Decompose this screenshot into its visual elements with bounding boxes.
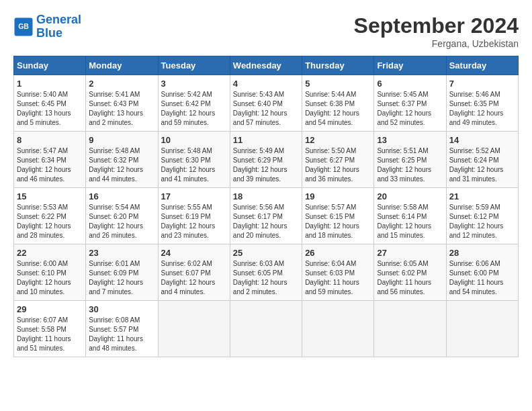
calendar-day-15: 15Sunrise: 5:53 AMSunset: 6:22 PMDayligh…: [14, 188, 86, 244]
calendar-day-29: 29Sunrise: 6:07 AMSunset: 5:58 PMDayligh…: [14, 301, 86, 357]
calendar-day-23: 23Sunrise: 6:01 AMSunset: 6:09 PMDayligh…: [86, 244, 158, 301]
calendar-day-26: 26Sunrise: 6:04 AMSunset: 6:03 PMDayligh…: [302, 244, 374, 301]
calendar-empty-cell: [302, 301, 374, 357]
calendar-day-17: 17Sunrise: 5:55 AMSunset: 6:19 PMDayligh…: [158, 188, 230, 244]
calendar-day-2: 2Sunrise: 5:41 AMSunset: 6:43 PMDaylight…: [86, 75, 158, 132]
calendar-day-19: 19Sunrise: 5:57 AMSunset: 6:15 PMDayligh…: [302, 188, 374, 244]
calendar-day-11: 11Sunrise: 5:49 AMSunset: 6:29 PMDayligh…: [230, 132, 302, 188]
calendar-day-12: 12Sunrise: 5:50 AMSunset: 6:27 PMDayligh…: [302, 132, 374, 188]
weekday-friday: Friday: [374, 56, 446, 75]
calendar-day-25: 25Sunrise: 6:03 AMSunset: 6:05 PMDayligh…: [230, 244, 302, 301]
calendar-day-7: 7Sunrise: 5:46 AMSunset: 6:35 PMDaylight…: [446, 75, 518, 132]
calendar-empty-cell: [158, 301, 230, 357]
weekday-header-row: SundayMondayTuesdayWednesdayThursdayFrid…: [14, 56, 519, 75]
logo-line2: Blue: [36, 26, 62, 40]
calendar-day-5: 5Sunrise: 5:44 AMSunset: 6:38 PMDaylight…: [302, 75, 374, 132]
logo-line1: General: [36, 13, 81, 26]
logo-text: General Blue: [36, 13, 81, 40]
calendar-week-3: 15Sunrise: 5:53 AMSunset: 6:22 PMDayligh…: [14, 188, 519, 244]
month-title: September 2024: [354, 13, 519, 38]
svg-text:GB: GB: [18, 22, 29, 30]
calendar-empty-cell: [230, 301, 302, 357]
location-subtitle: Fergana, Uzbekistan: [354, 38, 519, 49]
calendar-day-22: 22Sunrise: 6:00 AMSunset: 6:10 PMDayligh…: [14, 244, 86, 301]
weekday-thursday: Thursday: [302, 56, 374, 75]
calendar-week-4: 22Sunrise: 6:00 AMSunset: 6:10 PMDayligh…: [14, 244, 519, 301]
calendar-day-30: 30Sunrise: 6:08 AMSunset: 5:57 PMDayligh…: [86, 301, 158, 357]
calendar-day-21: 21Sunrise: 5:59 AMSunset: 6:12 PMDayligh…: [446, 188, 518, 244]
calendar-empty-cell: [446, 301, 518, 357]
calendar-body: 1Sunrise: 5:40 AMSunset: 6:45 PMDaylight…: [14, 75, 519, 357]
weekday-saturday: Saturday: [446, 56, 518, 75]
calendar-week-2: 8Sunrise: 5:47 AMSunset: 6:34 PMDaylight…: [14, 132, 519, 188]
calendar-table: SundayMondayTuesdayWednesdayThursdayFrid…: [13, 56, 519, 357]
calendar-day-14: 14Sunrise: 5:52 AMSunset: 6:24 PMDayligh…: [446, 132, 518, 188]
calendar-day-16: 16Sunrise: 5:54 AMSunset: 6:20 PMDayligh…: [86, 188, 158, 244]
calendar-day-9: 9Sunrise: 5:48 AMSunset: 6:32 PMDaylight…: [86, 132, 158, 188]
logo: GB General Blue: [13, 13, 81, 40]
calendar-day-10: 10Sunrise: 5:48 AMSunset: 6:30 PMDayligh…: [158, 132, 230, 188]
calendar-day-6: 6Sunrise: 5:45 AMSunset: 6:37 PMDaylight…: [374, 75, 446, 132]
calendar-day-8: 8Sunrise: 5:47 AMSunset: 6:34 PMDaylight…: [14, 132, 86, 188]
page-header: GB General Blue September 2024 Fergana, …: [13, 13, 519, 49]
calendar-day-3: 3Sunrise: 5:42 AMSunset: 6:42 PMDaylight…: [158, 75, 230, 132]
calendar-day-27: 27Sunrise: 6:05 AMSunset: 6:02 PMDayligh…: [374, 244, 446, 301]
calendar-week-1: 1Sunrise: 5:40 AMSunset: 6:45 PMDaylight…: [14, 75, 519, 132]
calendar-day-24: 24Sunrise: 6:02 AMSunset: 6:07 PMDayligh…: [158, 244, 230, 301]
weekday-monday: Monday: [86, 56, 158, 75]
calendar-day-1: 1Sunrise: 5:40 AMSunset: 6:45 PMDaylight…: [14, 75, 86, 132]
logo-icon: GB: [13, 17, 34, 37]
title-block: September 2024 Fergana, Uzbekistan: [354, 13, 519, 49]
calendar-day-4: 4Sunrise: 5:43 AMSunset: 6:40 PMDaylight…: [230, 75, 302, 132]
calendar-day-28: 28Sunrise: 6:06 AMSunset: 6:00 PMDayligh…: [446, 244, 518, 301]
calendar-empty-cell: [374, 301, 446, 357]
calendar-week-5: 29Sunrise: 6:07 AMSunset: 5:58 PMDayligh…: [14, 301, 519, 357]
weekday-sunday: Sunday: [14, 56, 86, 75]
calendar-day-13: 13Sunrise: 5:51 AMSunset: 6:25 PMDayligh…: [374, 132, 446, 188]
weekday-wednesday: Wednesday: [230, 56, 302, 75]
calendar-day-18: 18Sunrise: 5:56 AMSunset: 6:17 PMDayligh…: [230, 188, 302, 244]
weekday-tuesday: Tuesday: [158, 56, 230, 75]
calendar-day-20: 20Sunrise: 5:58 AMSunset: 6:14 PMDayligh…: [374, 188, 446, 244]
